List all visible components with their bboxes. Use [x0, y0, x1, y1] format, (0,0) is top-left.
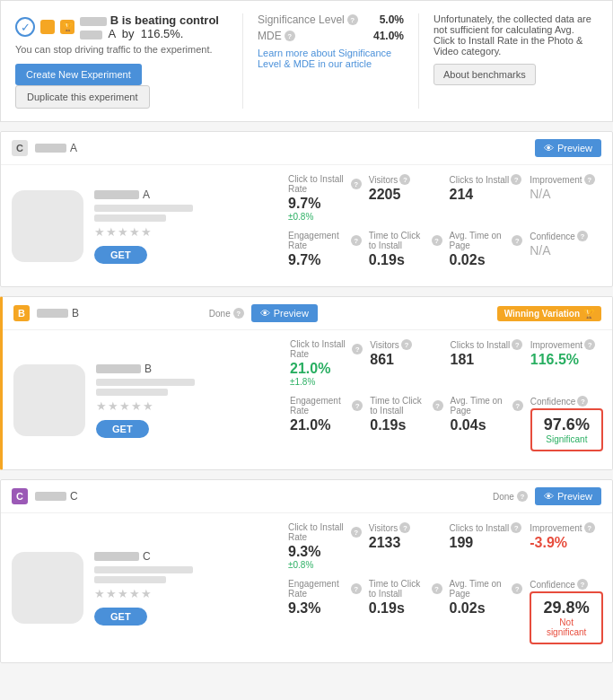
desc-bar-2 — [94, 214, 166, 222]
app-icon-b — [13, 364, 85, 436]
eye-icon: 👁 — [544, 143, 554, 153]
banner-text: B is beating control A by 116.5%. — [80, 13, 228, 40]
engagement-val-b: 21.0% — [290, 417, 363, 433]
get-button-c[interactable]: GET — [94, 608, 147, 626]
about-benchmarks-button[interactable]: About benchmarks — [433, 64, 536, 85]
app-preview-a: A ★★★★★ GET — [1, 165, 279, 286]
metrics-row-2-b: Engagement Rate ? 21.0% Time to Click to… — [290, 396, 603, 451]
ci-info-b: ? — [352, 344, 363, 354]
engagement-val-c: 9.3% — [288, 600, 362, 617]
mde-label: MDE ? — [258, 30, 295, 42]
avg-time-val-c: 0.02s — [450, 600, 523, 617]
ci-info: ? — [351, 179, 362, 189]
imp-info-b: ? — [584, 339, 595, 350]
winning-badge: Winning Variation 🏆 — [497, 306, 601, 321]
improvement-val-c: -3.9% — [530, 535, 603, 551]
click-install-c: Click to Install Rate ? 9.3% ±0.8% — [288, 522, 362, 570]
title-bar-b — [96, 364, 141, 373]
mde-link[interactable]: Learn more about Significance Level & MD… — [258, 48, 404, 69]
click-install-sub: ±0.8% — [288, 212, 362, 222]
preview-button-c[interactable]: 👁 Preview — [535, 487, 601, 505]
clicks-install-a: Clicks to Install ? 214 — [450, 174, 523, 222]
visitors-val-c: 2133 — [369, 535, 442, 551]
time-click-a: Time to Click to Install ? 0.19s — [369, 231, 442, 268]
engagement-label-b: Engagement Rate ? — [290, 396, 363, 416]
stars-a: ★★★★★ — [94, 225, 268, 239]
confidence-box-b: 97.6% Significant — [530, 408, 603, 451]
sig-value: 5.0% — [380, 13, 404, 26]
improvement-b: Improvement ? 116.5% — [530, 339, 603, 387]
create-experiment-button[interactable]: Create New Experiment — [15, 64, 142, 85]
conf-info-b: ? — [577, 396, 588, 407]
visitors-val-b: 861 — [370, 352, 442, 368]
v-info: ? — [399, 174, 410, 185]
time-click-c: Time to Click to Install ? 0.19s — [369, 579, 442, 644]
app-title-b: B — [96, 363, 270, 375]
trophy-icon: 🏆 — [60, 20, 74, 34]
click-install-sub-b: ±1.8% — [290, 377, 363, 387]
visitors-a: Visitors ? 2205 — [369, 174, 442, 222]
improvement-label-b: Improvement ? — [530, 339, 603, 350]
metrics-row-2-c: Engagement Rate ? 9.3% Time to Click to … — [288, 579, 603, 644]
confidence-c: Confidence ? 29.8% Not significant — [530, 579, 603, 644]
variation-body-b: B ★★★★★ GET Click to Install Rate ? 21.0… — [3, 330, 612, 469]
get-button-b[interactable]: GET — [96, 420, 149, 438]
click-install-val-b: 21.0% — [290, 361, 363, 377]
avg-time-a: Avg. Time on Page ? 0.02s — [450, 231, 523, 268]
click-install-val-c: 9.3% — [288, 544, 362, 560]
clicks-val-b: 181 — [451, 352, 523, 368]
eng-info: ? — [351, 235, 362, 246]
title-bar-c — [94, 552, 139, 561]
engagement-b: Engagement Rate ? 21.0% — [290, 396, 363, 451]
visitors-label-c: Visitors ? — [369, 522, 442, 533]
cti-info-b: ? — [512, 339, 522, 350]
sig-row: Significance Level ? 5.0% — [258, 13, 404, 26]
duplicate-experiment-button[interactable]: Duplicate this experiment — [15, 85, 150, 109]
tc-info-c: ? — [432, 583, 442, 594]
cti-info-c: ? — [511, 522, 521, 533]
click-install-val: 9.7% — [288, 196, 362, 212]
done-badge-c: Done ? — [493, 491, 528, 502]
variation-header-a: C A 👁 Preview — [1, 132, 612, 165]
clicks-label-b: Clicks to Install ? — [451, 339, 523, 350]
avg-time-val-b: 0.04s — [451, 417, 523, 433]
engagement-label-c: Engagement Rate ? — [288, 579, 362, 599]
confidence-label: Confidence ? — [530, 231, 603, 241]
metrics-row-1-c: Click to Install Rate ? 9.3% ±0.8% Visit… — [288, 522, 603, 570]
preview-button-b[interactable]: 👁 Preview — [251, 304, 318, 322]
confidence-label-c: Confidence ? — [530, 579, 603, 590]
tc-info: ? — [432, 235, 442, 246]
desc-bar-c-1 — [94, 566, 193, 573]
desc-bar-1 — [94, 205, 193, 212]
improvement-val: N/A — [530, 187, 603, 201]
banner-percentage: 116.5%. — [141, 27, 184, 40]
stars-c: ★★★★★ — [94, 587, 268, 600]
click-install-label-b: Click to Install Rate ? — [290, 339, 363, 359]
visitors-val: 2205 — [369, 187, 442, 203]
engagement-label: Engagement Rate ? — [288, 231, 362, 250]
v-info-b: ? — [401, 339, 412, 350]
visitors-c: Visitors ? 2133 — [369, 522, 442, 570]
imp-info: ? — [584, 174, 595, 185]
avg-time-c: Avg. Time on Page ? 0.02s — [450, 579, 523, 644]
variation-label-cc: C — [12, 488, 28, 504]
visitors-b: Visitors ? 861 — [370, 339, 442, 387]
avg-time-label-c: Avg. Time on Page ? — [450, 579, 523, 599]
mde-info-icon: ? — [285, 31, 295, 41]
name-bar-c — [35, 492, 66, 501]
eye-icon-b: 👁 — [260, 308, 270, 319]
variation-name-b: B — [37, 307, 202, 319]
app-title-c: C — [94, 550, 268, 563]
v-info-c: ? — [399, 522, 410, 533]
confidence-b: Confidence ? 97.6% Significant — [530, 396, 603, 451]
confidence-val-b: 97.6% — [539, 416, 594, 434]
get-button-a[interactable]: GET — [94, 246, 147, 264]
stars-b: ★★★★★ — [96, 399, 270, 413]
metrics-row-1-b: Click to Install Rate ? 21.0% ±1.8% Visi… — [290, 339, 603, 387]
app-info-c: C ★★★★★ GET — [94, 550, 268, 626]
at-info-c: ? — [512, 583, 522, 594]
preview-button-a[interactable]: 👁 Preview — [535, 139, 601, 157]
variation-name-a: A — [35, 142, 528, 154]
app-info-a: A ★★★★★ GET — [94, 188, 268, 264]
time-click-val: 0.19s — [369, 252, 442, 268]
